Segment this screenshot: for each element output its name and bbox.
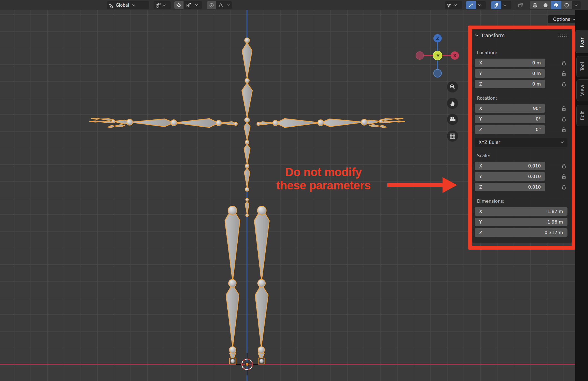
show-gizmos-toggle[interactable] <box>466 1 476 9</box>
tab-edit[interactable]: Edit <box>576 105 588 126</box>
shading-rendered-button[interactable] <box>561 1 572 9</box>
annotation-text: Do not modify these parameters <box>267 166 380 192</box>
scale-x-field[interactable]: X 0.010 <box>475 162 545 170</box>
chevron-down-icon <box>195 4 198 6</box>
scale-x-row: X 0.010 <box>475 162 567 170</box>
location-z-field[interactable]: Z 0 m <box>475 80 545 88</box>
xray-squares-icon <box>518 2 523 8</box>
toggle-orthographic-button[interactable] <box>447 131 458 142</box>
viewport-header: Global <box>0 0 588 10</box>
axis-label: Y <box>479 116 482 122</box>
annotation-arrow <box>386 175 459 195</box>
rendered-sphere-icon <box>564 2 569 8</box>
axis-label: Z <box>479 127 482 132</box>
transform-orientation-dropdown[interactable]: Global <box>107 1 149 9</box>
panel-title: Transform <box>481 33 505 38</box>
chevron-down-icon <box>503 4 507 6</box>
orientation-label: Global <box>115 3 131 8</box>
rotation-x-field[interactable]: X 90° <box>475 104 545 113</box>
shading-material-preview-button[interactable] <box>551 1 561 9</box>
scale-y-field[interactable]: Y 0.010 <box>475 172 545 181</box>
camera-view-button[interactable] <box>447 114 458 125</box>
annotation-line-2: these parameters <box>267 179 380 192</box>
zoom-button[interactable] <box>447 81 458 92</box>
tab-view[interactable]: View <box>576 79 588 101</box>
scale-label: Scale: <box>477 153 567 158</box>
proportional-falloff-dropdown[interactable] <box>216 1 225 9</box>
unlock-icon <box>561 174 567 180</box>
rotation-z-lock[interactable] <box>560 127 567 133</box>
dimensions-y-field[interactable]: Y 1.96 m <box>475 218 567 226</box>
tab-tool[interactable]: Tool <box>576 56 588 77</box>
hand-icon <box>449 100 456 107</box>
rotation-x-lock[interactable] <box>560 106 567 112</box>
axis-label: X <box>479 106 482 111</box>
scale-y-lock[interactable] <box>560 174 567 180</box>
rotation-label: Rotation: <box>477 96 567 101</box>
unlock-icon <box>561 106 567 112</box>
wireframe-globe-icon <box>532 2 538 8</box>
scale-z-lock[interactable] <box>560 184 567 190</box>
axis-value: 0° <box>536 116 541 122</box>
show-overlays-toggle[interactable] <box>491 1 501 9</box>
rotation-z-row: Z 0° <box>475 125 567 134</box>
blender-window: Z X -Y <box>0 0 588 381</box>
scale-x-lock[interactable] <box>560 163 567 169</box>
rotation-z-field[interactable]: Z 0° <box>475 125 545 134</box>
axis-label: X <box>479 209 482 214</box>
rotation-y-row: Y 0° <box>475 115 567 123</box>
location-z-row: Z 0 m <box>475 80 567 88</box>
snap-toggle[interactable] <box>174 1 184 9</box>
location-y-field[interactable]: Y 0 m <box>475 69 545 78</box>
tab-view-label: View <box>580 85 585 96</box>
pivot-point-dropdown[interactable] <box>154 1 171 9</box>
unlock-icon <box>561 184 567 190</box>
rotation-y-field[interactable]: Y 0° <box>475 115 545 123</box>
axis-label: Z <box>479 230 482 235</box>
scale-z-row: Z 0.010 <box>475 183 567 191</box>
rotation-y-lock[interactable] <box>560 116 567 122</box>
axis-value: 0.317 m <box>545 230 563 235</box>
dimensions-z-field[interactable]: Z 0.317 m <box>475 228 567 237</box>
rotation-x-row: X 90° <box>475 104 567 113</box>
chevron-down-icon <box>561 141 564 144</box>
unlock-icon <box>561 127 567 133</box>
snap-target-dropdown[interactable] <box>184 1 194 9</box>
pan-button[interactable] <box>447 98 458 109</box>
tab-item[interactable]: Item <box>575 30 588 53</box>
axis-label: Y <box>479 219 482 225</box>
tab-tool-label: Tool <box>580 62 585 71</box>
axis-value: 0 m <box>532 81 541 87</box>
axis-label: Y <box>479 71 482 76</box>
location-x-field[interactable]: X 0 m <box>475 59 545 67</box>
chevron-down-icon <box>574 4 578 6</box>
unlock-icon <box>561 71 567 77</box>
sidebar-tab-strip: Item Tool View Edit <box>575 10 588 381</box>
rotation-mode-dropdown[interactable]: XYZ Euler <box>475 138 567 147</box>
orientation-axes-icon <box>109 2 115 8</box>
viewport-shading-control <box>530 1 581 9</box>
axis-value: 1.96 m <box>547 219 563 225</box>
gizmo-arc-arrow-icon <box>468 2 474 8</box>
panel-drag-grip[interactable] <box>558 34 567 37</box>
proportional-editing-icon <box>209 2 214 8</box>
chevron-down-icon <box>162 4 166 6</box>
chevron-down-icon <box>132 4 135 6</box>
location-z-lock[interactable] <box>560 81 567 87</box>
shading-wireframe-button[interactable] <box>530 1 540 9</box>
chevron-down-icon <box>475 34 479 37</box>
location-x-row: X 0 m <box>475 59 567 67</box>
axis-value: 0.010 <box>528 163 541 169</box>
dimensions-x-field[interactable]: X 1.87 m <box>475 207 567 216</box>
shading-solid-button[interactable] <box>540 1 551 9</box>
tab-item-label: Item <box>579 36 585 47</box>
location-y-lock[interactable] <box>560 71 567 77</box>
dimensions-x-row: X 1.87 m <box>475 207 567 216</box>
transform-panel-header[interactable]: Transform <box>475 33 567 38</box>
object-visibility-dropdown[interactable] <box>445 1 462 9</box>
xray-toggle[interactable] <box>516 1 525 9</box>
dimensions-z-row: Z 0.317 m <box>475 228 567 237</box>
proportional-editing-toggle[interactable] <box>207 1 216 9</box>
location-x-lock[interactable] <box>560 60 567 66</box>
scale-z-field[interactable]: Z 0.010 <box>475 183 545 191</box>
